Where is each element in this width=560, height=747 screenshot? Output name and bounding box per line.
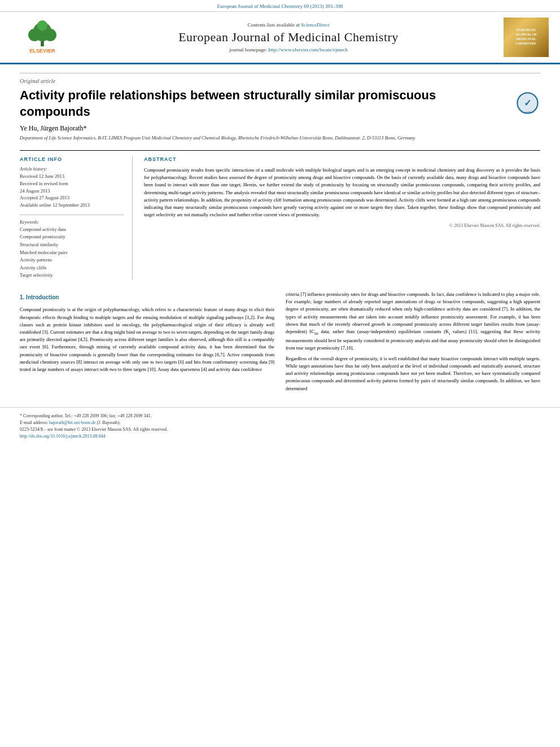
- history-label: Article history:: [20, 167, 124, 172]
- copyright-notice: © 2013 Elsevier Masson SAS. All rights r…: [144, 223, 540, 228]
- svg-text:✓: ✓: [524, 98, 531, 108]
- publisher-logo-area: ELSEVIER: [11, 20, 73, 54]
- corresponding-author-text: * Corresponding author. Tel.: +49 228 26…: [20, 413, 151, 418]
- abstract-column: ABSTRACT Compound promiscuity results fr…: [144, 156, 540, 279]
- email-label: E-mail address:: [20, 420, 48, 425]
- journal-citation-text: European Journal of Medicinal Chemistry …: [217, 3, 343, 9]
- date-revised-label: Received in revised form: [20, 181, 68, 186]
- journal-title-area: Contents lists available at ScienceDirec…: [73, 22, 504, 53]
- keyword-6: Activity cliffs: [20, 264, 124, 272]
- date-revised: 24 August 2013: [20, 188, 50, 194]
- keywords-label: Keywords:: [20, 220, 124, 225]
- svg-text:ELSEVIER: ELSEVIER: [29, 48, 55, 54]
- title-row: Activity profile relationships between s…: [20, 88, 540, 120]
- svg-point-3: [28, 29, 41, 41]
- abstract-text: Compound promiscuity results from specif…: [144, 167, 540, 219]
- keyword-1: Compound activity data: [20, 226, 124, 234]
- keyword-3: Structural similarity: [20, 241, 124, 249]
- body-left-col: 1. Introduction Compound promiscuity is …: [20, 291, 274, 396]
- authors-text: Ye Hu, Jürgen Bajorath*: [20, 124, 87, 132]
- homepage-line: journal homepage: http://www.elsevier.co…: [73, 47, 504, 53]
- date-accepted: Accepted 27 August 2013: [20, 195, 69, 200]
- journal-citation-bar: European Journal of Medicinal Chemistry …: [0, 0, 560, 12]
- cover-label: EUROPEANJOURNAL OFMEDICINALCHEMISTRY: [515, 28, 537, 46]
- article-dates: Received 12 June 2013 Received in revise…: [20, 173, 124, 209]
- article-info-column: ARTICLE INFO Article history: Received 1…: [20, 156, 133, 279]
- contents-prefix: Contents lists available at: [248, 22, 301, 28]
- email-name-note: (J. Bajorath).: [97, 420, 120, 425]
- info-abstract-columns: ARTICLE INFO Article history: Received 1…: [20, 150, 540, 279]
- doi-link[interactable]: http://dx.doi.org/10.1016/j.ejmech.2013.…: [20, 434, 106, 439]
- issn-line: 0223-5234/$ – see front matter © 2013 El…: [20, 427, 540, 432]
- keyword-7: Target selectivity: [20, 272, 124, 279]
- abstract-paragraph: Compound promiscuity results from specif…: [144, 167, 540, 219]
- intro-para-3: Regardless of the overall degree of prom…: [286, 355, 540, 392]
- journal-title: European Journal of Medicinal Chemistry: [73, 30, 504, 45]
- issn-text: 0223-5234/$ – see front matter © 2013 El…: [20, 427, 168, 432]
- abstract-heading: ABSTRACT: [144, 156, 540, 162]
- sciencedirect-link[interactable]: ScienceDirect: [301, 22, 329, 28]
- svg-point-5: [37, 20, 47, 30]
- page-footer: * Corresponding author. Tel.: +49 228 26…: [0, 407, 560, 446]
- crossmark-logo: ✓ CrossMark: [515, 90, 540, 116]
- date-online: Available online 12 September 2013: [20, 202, 90, 208]
- contents-availability: Contents lists available at ScienceDirec…: [73, 22, 504, 28]
- elsevier-tree-logo: ELSEVIER: [17, 20, 68, 54]
- email-footnote: E-mail address: bajorath@bit.uni-bonn.de…: [20, 420, 540, 425]
- affiliation: Department of Life Science Informatics, …: [20, 135, 540, 142]
- intro-para-2: criteria [7] influence promiscuity rates…: [286, 291, 540, 352]
- homepage-url[interactable]: http://www.elsevier.com/locate/ejmech: [269, 47, 348, 53]
- journal-cover-image: EUROPEANJOURNAL OFMEDICINALCHEMISTRY: [504, 18, 549, 57]
- authors: Ye Hu, Jürgen Bajorath*: [20, 124, 540, 133]
- journal-header: ELSEVIER Contents lists available at Sci…: [0, 12, 560, 64]
- introduction-heading: 1. Introduction: [20, 293, 274, 302]
- keywords-section: Keywords: Compound activity data Compoun…: [20, 215, 124, 279]
- body-right-col: criteria [7] influence promiscuity rates…: [286, 291, 540, 396]
- keyword-2: Compound promiscuity: [20, 233, 124, 241]
- keyword-4: Matched molecular pairs: [20, 249, 124, 257]
- date-received: Received 12 June 2013: [20, 173, 64, 179]
- corresponding-author: * Corresponding author. Tel.: +49 228 26…: [20, 413, 540, 418]
- author-email-link[interactable]: bajorath@bit.uni-bonn.de: [49, 420, 95, 425]
- svg-point-4: [44, 29, 56, 41]
- body-columns: 1. Introduction Compound promiscuity is …: [20, 291, 540, 396]
- article-type: Original article: [20, 73, 540, 84]
- main-content: Original article Activity profile relati…: [0, 64, 560, 407]
- article-title: Activity profile relationships between s…: [20, 88, 483, 120]
- keyword-5: Activity patterns: [20, 256, 124, 264]
- intro-para-1: Compound promiscuity is at the origin of…: [20, 306, 274, 373]
- doi-line: http://dx.doi.org/10.1016/j.ejmech.2013.…: [20, 434, 540, 439]
- svg-text:CrossMark: CrossMark: [521, 111, 534, 113]
- homepage-prefix: journal homepage:: [229, 47, 268, 53]
- article-info-heading: ARTICLE INFO: [20, 156, 124, 162]
